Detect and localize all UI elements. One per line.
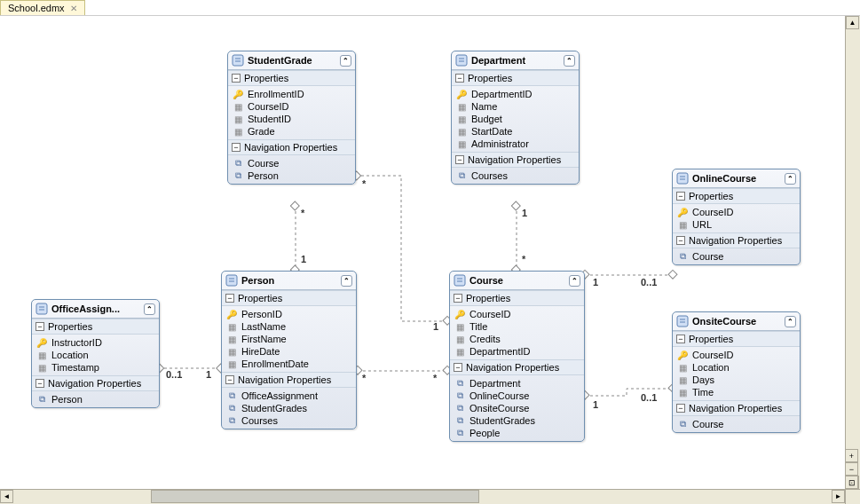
property-row[interactable]: ▦Budget <box>454 113 577 125</box>
collapse-icon[interactable]: ⌃ <box>569 275 580 287</box>
section-header[interactable]: −Navigation Properties <box>452 152 579 168</box>
property-row[interactable]: ▦Location <box>675 361 798 374</box>
property-row[interactable]: 🔑EnrollmentID <box>230 88 353 100</box>
property-row[interactable]: ▦StartDate <box>454 125 577 138</box>
entity-online-course[interactable]: OnlineCourse ⌃ −Properties 🔑CourseID ▦UR… <box>672 169 801 265</box>
property-row[interactable]: 🔑InstructorID <box>34 336 157 349</box>
property-row[interactable]: ▦Title <box>452 320 582 333</box>
nav-property-row[interactable]: ⧉Person <box>34 393 157 406</box>
collapse-minus-icon[interactable]: − <box>225 294 234 303</box>
zoom-out-button[interactable]: − <box>845 462 858 476</box>
nav-property-row[interactable]: ⧉Course <box>230 157 353 169</box>
collapse-icon[interactable]: ⌃ <box>341 275 352 287</box>
property-row[interactable]: ▦Time <box>675 386 798 398</box>
property-row[interactable]: ▦Administrator <box>454 138 577 150</box>
collapse-minus-icon[interactable]: − <box>676 192 685 201</box>
collapse-minus-icon[interactable]: − <box>676 335 685 343</box>
section-header[interactable]: −Navigation Properties <box>673 232 800 248</box>
property-row[interactable]: ▦Timestamp <box>34 361 157 374</box>
collapse-icon[interactable]: ⌃ <box>564 55 575 67</box>
property-row[interactable]: ▦Name <box>454 100 577 113</box>
property-row[interactable]: 🔑CourseID <box>452 308 582 320</box>
section-header[interactable]: −Properties <box>673 188 800 204</box>
collapse-icon[interactable]: ⌃ <box>340 55 351 67</box>
property-row[interactable]: 🔑CourseID <box>675 349 798 361</box>
document-tab-school[interactable]: School.edmx ✕ <box>0 0 85 15</box>
collapse-minus-icon[interactable]: − <box>676 236 685 245</box>
section-header[interactable]: − Properties <box>32 319 159 335</box>
horizontal-scrollbar[interactable]: ◄ ► <box>0 489 845 504</box>
property-row[interactable]: 🔑CourseID <box>675 206 798 218</box>
entity-header[interactable]: OfficeAssign... ⌃ <box>32 300 159 319</box>
nav-property-row[interactable]: ⧉Course <box>675 250 798 263</box>
nav-property-row[interactable]: ⧉StudentGrades <box>224 402 354 414</box>
section-header[interactable]: −Navigation Properties <box>450 359 584 375</box>
property-row[interactable]: ▦HireDate <box>224 345 354 358</box>
scroll-left-button[interactable]: ◄ <box>0 490 13 503</box>
collapse-minus-icon[interactable]: − <box>454 294 462 303</box>
designer-canvas[interactable]: 0..1 1 * 1 * 1 1 * 1 0..1 1 0..1 * * Off… <box>0 16 845 489</box>
collapse-minus-icon[interactable]: − <box>676 404 685 413</box>
collapse-minus-icon[interactable]: − <box>225 375 234 384</box>
property-row[interactable]: 🔑DepartmentID <box>454 88 577 100</box>
property-row[interactable]: ▦CourseID <box>230 100 353 113</box>
property-row[interactable]: ▦EnrollmentDate <box>224 358 354 370</box>
section-header[interactable]: − Navigation Properties <box>32 375 159 391</box>
entity-person[interactable]: Person ⌃ −Properties 🔑PersonID ▦LastName… <box>221 271 357 429</box>
section-header[interactable]: −Navigation Properties <box>228 139 355 155</box>
collapse-minus-icon[interactable]: − <box>36 379 44 388</box>
scroll-right-button[interactable]: ► <box>832 490 845 503</box>
property-row[interactable]: ▦FirstName <box>224 333 354 345</box>
entity-header[interactable]: OnlineCourse ⌃ <box>673 169 800 188</box>
nav-property-row[interactable]: ⧉OnsiteCourse <box>452 402 582 414</box>
entity-course[interactable]: Course ⌃ −Properties 🔑CourseID ▦Title ▦C… <box>449 271 585 442</box>
entity-department[interactable]: Department ⌃ −Properties 🔑DepartmentID ▦… <box>451 51 580 185</box>
nav-property-row[interactable]: ⧉Course <box>675 418 798 430</box>
scroll-up-button[interactable]: ▲ <box>846 16 859 29</box>
collapse-minus-icon[interactable]: − <box>454 363 462 372</box>
nav-property-row[interactable]: ⧉OnlineCourse <box>452 390 582 402</box>
section-header[interactable]: −Properties <box>673 331 800 347</box>
property-row[interactable]: ▦Location <box>34 349 157 361</box>
property-row[interactable]: ▦Grade <box>230 125 353 138</box>
property-row[interactable]: ▦Credits <box>452 333 582 345</box>
scrollbar-thumb[interactable] <box>151 490 479 503</box>
property-row[interactable]: ▦LastName <box>224 320 354 333</box>
nav-property-row[interactable]: ⧉Courses <box>454 169 577 182</box>
section-header[interactable]: −Navigation Properties <box>222 372 356 388</box>
entity-student-grade[interactable]: StudentGrade ⌃ −Properties 🔑EnrollmentID… <box>227 51 356 185</box>
entity-office-assignment[interactable]: OfficeAssign... ⌃ − Properties 🔑Instruct… <box>31 299 160 408</box>
collapse-minus-icon[interactable]: − <box>455 74 464 83</box>
section-header[interactable]: −Properties <box>450 290 584 306</box>
zoom-fit-button[interactable]: ⊡ <box>845 476 858 489</box>
property-row[interactable]: ▦DepartmentID <box>452 345 582 358</box>
nav-property-row[interactable]: ⧉StudentGrades <box>452 414 582 427</box>
zoom-in-button[interactable]: + <box>845 449 858 462</box>
section-header[interactable]: −Properties <box>222 290 356 306</box>
entity-header[interactable]: Course ⌃ <box>450 272 584 290</box>
entity-header[interactable]: OnsiteCourse ⌃ <box>673 312 800 331</box>
property-row[interactable]: ▦StudentID <box>230 113 353 125</box>
collapse-minus-icon[interactable]: − <box>232 143 241 152</box>
entity-header[interactable]: Department ⌃ <box>452 51 579 70</box>
property-row[interactable]: ▦URL <box>675 218 798 231</box>
collapse-icon[interactable]: ⌃ <box>144 303 155 315</box>
collapse-icon[interactable]: ⌃ <box>785 173 796 185</box>
section-header[interactable]: −Navigation Properties <box>673 400 800 416</box>
nav-property-row[interactable]: ⧉OfficeAssignment <box>224 390 354 402</box>
collapse-minus-icon[interactable]: − <box>232 74 241 83</box>
nav-property-row[interactable]: ⧉People <box>452 427 582 439</box>
section-header[interactable]: −Properties <box>452 70 579 86</box>
collapse-minus-icon[interactable]: − <box>36 322 44 331</box>
entity-header[interactable]: Person ⌃ <box>222 272 356 290</box>
vertical-scrollbar[interactable]: ▲ ▼ <box>845 16 860 489</box>
section-header[interactable]: −Properties <box>228 70 355 86</box>
close-icon[interactable]: ✕ <box>70 4 77 13</box>
entity-onsite-course[interactable]: OnsiteCourse ⌃ −Properties 🔑CourseID ▦Lo… <box>672 311 801 433</box>
nav-property-row[interactable]: ⧉Courses <box>224 414 354 427</box>
nav-property-row[interactable]: ⧉Person <box>230 169 353 182</box>
entity-header[interactable]: StudentGrade ⌃ <box>228 51 355 70</box>
collapse-icon[interactable]: ⌃ <box>785 316 796 327</box>
collapse-minus-icon[interactable]: − <box>455 155 464 164</box>
property-row[interactable]: ▦Days <box>675 374 798 386</box>
